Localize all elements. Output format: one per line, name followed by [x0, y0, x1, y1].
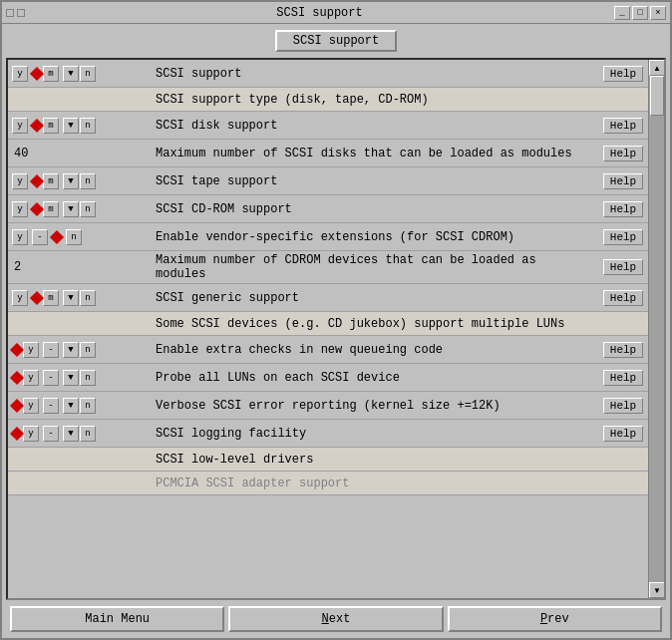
- help-cell-3: Help: [598, 116, 648, 136]
- diamond-scsi-cdrom: [30, 201, 44, 215]
- label-scsi-disk: SCSI disk support: [148, 117, 598, 135]
- help-btn-5[interactable]: Help: [603, 173, 643, 189]
- label-scsi-cdrom: SCSI CD-ROM support: [148, 200, 598, 218]
- btn-dn-scsi-cdrom[interactable]: ▼: [63, 201, 79, 217]
- controls-verbose: y - ▼ n: [8, 396, 148, 416]
- btn-y-scsi-disk[interactable]: y: [12, 118, 28, 134]
- controls-scsi-support: y m ▼ n: [8, 64, 148, 84]
- help-cell-13: Help: [598, 396, 648, 416]
- title-buttons: _ □ ×: [614, 6, 666, 20]
- diamond-scsi-tape: [30, 173, 44, 187]
- btn-y-scsi-support[interactable]: y: [12, 66, 28, 82]
- help-btn-12[interactable]: Help: [603, 370, 643, 386]
- row-max-cdrom: 2 Maximum number of CDROM devices that c…: [8, 251, 648, 284]
- btn-dn-scsi-disk[interactable]: ▼: [63, 118, 79, 134]
- next-button[interactable]: Next: [228, 606, 443, 632]
- btn-dash-probe[interactable]: -: [43, 370, 59, 386]
- row-verbose-error: y - ▼ n Verbose SCSI error reporting (ke…: [8, 392, 648, 420]
- maximize-button[interactable]: □: [632, 6, 648, 20]
- help-cell-6: Help: [598, 199, 648, 219]
- scrollbar-down-btn[interactable]: ▼: [649, 582, 665, 598]
- btn-y-extra[interactable]: y: [23, 342, 39, 358]
- btn-dn-generic[interactable]: ▼: [63, 290, 79, 306]
- help-btn-13[interactable]: Help: [603, 398, 643, 414]
- btn-dash-vendor[interactable]: -: [32, 229, 48, 245]
- btn-dn-probe[interactable]: ▼: [63, 370, 79, 386]
- rows-container[interactable]: y m ▼ n SCSI support Help: [8, 60, 664, 598]
- btn-n-vendor[interactable]: n: [66, 229, 82, 245]
- btn-n-scsi-support[interactable]: n: [80, 66, 96, 82]
- help-btn-3[interactable]: Help: [603, 118, 643, 134]
- btn-dn-scsi-support[interactable]: ▼: [63, 66, 79, 82]
- btn-y-probe[interactable]: y: [23, 370, 39, 386]
- btn-n-extra[interactable]: n: [80, 342, 96, 358]
- btn-m-scsi-support[interactable]: m: [43, 66, 59, 82]
- row-scsi-support: y m ▼ n SCSI support Help: [8, 60, 648, 88]
- btn-dn-scsi-tape[interactable]: ▼: [63, 173, 79, 189]
- label-section-lowlevel: SCSI low-level drivers: [148, 449, 648, 471]
- row-scsi-logging: y - ▼ n SCSI logging facility Help: [8, 420, 648, 448]
- prev-button[interactable]: Prev: [448, 606, 662, 632]
- btn-m-scsi-cdrom[interactable]: m: [43, 201, 59, 217]
- title-bar: SCSI support _ □ ×: [2, 2, 670, 24]
- btn-y-scsi-tape[interactable]: y: [12, 173, 28, 189]
- minimize-button[interactable]: _: [614, 6, 630, 20]
- help-btn-9[interactable]: Help: [603, 290, 643, 306]
- diamond-generic: [30, 290, 44, 304]
- btn-n-scsi-disk[interactable]: n: [80, 118, 96, 134]
- help-btn-6[interactable]: Help: [603, 201, 643, 217]
- help-btn-8[interactable]: Help: [603, 259, 643, 275]
- controls-scsi-disk: y m ▼ n: [8, 116, 148, 136]
- help-cell-7: Help: [598, 227, 648, 247]
- controls-logging: y - ▼ n: [8, 424, 148, 444]
- label-scsi-tape: SCSI tape support: [148, 172, 598, 190]
- btn-dn-verbose[interactable]: ▼: [63, 398, 79, 414]
- diamond-extra: [10, 342, 24, 356]
- label-pcmcia-scsi: PCMCIA SCSI adapter support: [148, 473, 648, 494]
- diamond-verbose: [10, 398, 24, 412]
- btn-n-logging[interactable]: n: [80, 426, 96, 442]
- btn-y-generic[interactable]: y: [12, 290, 28, 306]
- help-btn-4[interactable]: Help: [603, 146, 643, 161]
- scroll-container: y m ▼ n SCSI support Help: [6, 58, 666, 600]
- close-button[interactable]: ×: [650, 6, 666, 20]
- btn-dash-verbose[interactable]: -: [43, 398, 59, 414]
- btn-m-scsi-disk[interactable]: m: [43, 118, 59, 134]
- btn-y-verbose[interactable]: y: [23, 398, 39, 414]
- controls-scsi-tape: y m ▼ n: [8, 171, 148, 191]
- scrollbar-up-btn[interactable]: ▲: [649, 60, 665, 76]
- row-max-disks: 40 Maximum number of SCSI disks that can…: [8, 140, 648, 167]
- btn-n-verbose[interactable]: n: [80, 398, 96, 414]
- row-section-lowlevel: SCSI low-level drivers: [8, 448, 648, 472]
- controls-extra-checks: y - ▼ n: [8, 340, 148, 360]
- btn-n-probe[interactable]: n: [80, 370, 96, 386]
- btn-m-scsi-tape[interactable]: m: [43, 173, 59, 189]
- row-vendor-ext: y - n Enable vendor-specific extensions …: [8, 223, 648, 251]
- label-max-cdrom: Maximum number of CDROM devices that can…: [148, 251, 598, 283]
- btn-n-scsi-tape[interactable]: n: [80, 173, 96, 189]
- empty-ctrl-pcmcia: [8, 481, 148, 485]
- btn-dash-logging[interactable]: -: [43, 426, 59, 442]
- help-btn-7[interactable]: Help: [603, 229, 643, 245]
- scrollbar-thumb[interactable]: [650, 76, 664, 116]
- help-btn-1[interactable]: Help: [603, 66, 643, 82]
- btn-y-logging[interactable]: y: [23, 426, 39, 442]
- btn-y-scsi-cdrom[interactable]: y: [12, 201, 28, 217]
- btn-n-generic[interactable]: n: [80, 290, 96, 306]
- btn-y-vendor[interactable]: y: [12, 229, 28, 245]
- label-scsi-support: SCSI support: [148, 65, 598, 83]
- header-button[interactable]: SCSI support: [275, 30, 397, 52]
- main-menu-button[interactable]: Main Menu: [10, 606, 224, 632]
- help-cell-12: Help: [598, 368, 648, 388]
- btn-dash-extra[interactable]: -: [43, 342, 59, 358]
- diamond-scsi-support: [30, 66, 44, 80]
- btn-dn-extra[interactable]: ▼: [63, 342, 79, 358]
- btn-m-generic[interactable]: m: [43, 290, 59, 306]
- btn-n-scsi-cdrom[interactable]: n: [80, 201, 96, 217]
- main-window: SCSI support _ □ × SCSI support y m: [0, 0, 672, 640]
- content-area: y m ▼ n SCSI support Help: [6, 58, 666, 600]
- help-btn-14[interactable]: Help: [603, 426, 643, 442]
- help-btn-11[interactable]: Help: [603, 342, 643, 358]
- btn-dn-logging[interactable]: ▼: [63, 426, 79, 442]
- row-scsi-tape: y m ▼ n SCSI tape support Help: [8, 167, 648, 195]
